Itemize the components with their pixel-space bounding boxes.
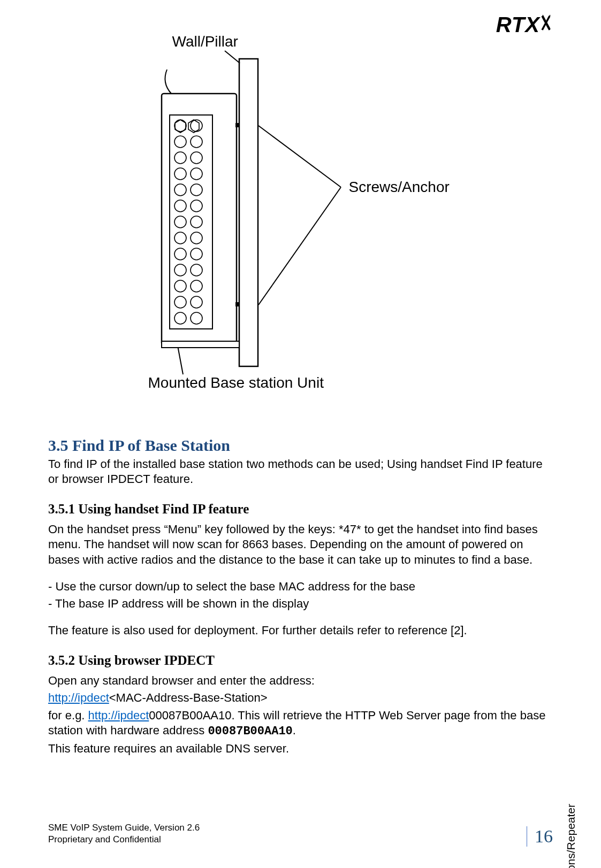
sec352-p1: Open any standard browser and enter the … (48, 673, 553, 688)
sec351-bullet1: - Use the cursor down/up to select the b… (48, 579, 553, 594)
ipdect-link-2[interactable]: http://ipdect (88, 709, 149, 722)
heading-3-5-2: 3.5.2 Using browser IPDECT (48, 653, 553, 668)
page-number: 16 (527, 826, 553, 847)
sec351-p1: On the handset press “Menu” key followed… (48, 522, 553, 567)
sec352-url-line: http://ipdect<MAC-Address-Base-Station> (48, 690, 553, 705)
figure-label-screws: Screws/Anchor (349, 179, 450, 196)
sec352-p2: for e.g. http://ipdect00087B00AA10. This… (48, 708, 553, 739)
svg-rect-35 (162, 341, 239, 348)
figure-label-wall: Wall/Pillar (172, 33, 238, 50)
mounting-diagram: Wall/Pillar Screws/Anchor Mounted Base s… (92, 32, 509, 417)
chapter-side-label: Chapter: Installation of Base Stations/R… (565, 804, 577, 868)
sec352-p2-pre: for e.g. (48, 709, 88, 722)
svg-line-31 (258, 187, 341, 305)
page-footer: SME VoIP System Guide, Version 2.6 Propr… (48, 822, 553, 846)
svg-rect-33 (235, 123, 240, 127)
svg-line-29 (225, 51, 240, 63)
chapter-text: Installation of Base Stations/Repeater (565, 804, 577, 868)
sec351-bullet2: - The base IP address will be shown in t… (48, 596, 553, 611)
svg-rect-2 (170, 115, 212, 329)
footer-line-1: SME VoIP System Guide, Version 2.6 (48, 822, 553, 834)
svg-rect-34 (235, 302, 240, 306)
footer-line-2: Proprietary and Confidential (48, 834, 553, 846)
heading-3-5: 3.5 Find IP of Base Station (48, 436, 553, 455)
svg-rect-0 (239, 59, 258, 366)
ipdect-suffix: <MAC-Address-Base-Station> (109, 691, 268, 704)
heading-3-5-1: 3.5.1 Using handset Find IP feature (48, 502, 553, 517)
figure-label-mounted: Mounted Base station Unit (148, 374, 324, 391)
sec352-p3: This feature requires an available DNS s… (48, 741, 553, 756)
mac-address-mono: 00087B00AA10 (208, 725, 292, 738)
svg-line-32 (178, 346, 183, 374)
sec352-p2-end: . (293, 724, 296, 737)
logo-x-icon (541, 13, 552, 37)
sec351-p2: The feature is also used for deployment.… (48, 623, 553, 638)
sec35-intro: To find IP of the installed base station… (48, 457, 553, 487)
svg-line-30 (258, 126, 341, 187)
ipdect-link-1[interactable]: http://ipdect (48, 691, 109, 704)
